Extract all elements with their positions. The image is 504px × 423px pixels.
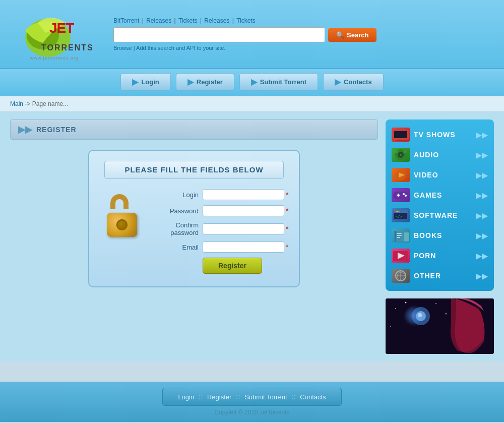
footer-contacts-link[interactable]: Contacts (300, 393, 326, 401)
svg-rect-14 (404, 151, 406, 153)
sidebar-item-audio[interactable]: AUDIO ▶▶ (386, 145, 494, 165)
bullet-icon: ▶ (187, 77, 194, 87)
section-arrow-icon: ▶▶ (18, 124, 32, 135)
svg-text:TORRENTS: TORRENTS (41, 43, 93, 52)
login-nav-button[interactable]: ▶ Login (120, 73, 170, 91)
sidebar-books-label: BOOKS (414, 231, 472, 239)
releases-link-1[interactable]: Releases (146, 17, 171, 24)
breadcrumb-separator: -> (25, 100, 32, 107)
svg-point-51 (435, 303, 436, 304)
sidebar-arrow-icon: ▶▶ (476, 271, 488, 281)
sidebar-video-label: VIDEO (414, 171, 472, 179)
sidebar-item-other[interactable]: OTHER ▶▶ (386, 266, 494, 286)
svg-point-50 (390, 326, 391, 327)
sidebar-porn-label: PORN (414, 252, 472, 260)
svg-point-47 (418, 313, 422, 317)
tickets-link-2[interactable]: Tickets (236, 17, 256, 24)
required-star-login: * (286, 191, 288, 199)
email-input[interactable] (203, 241, 284, 253)
nav-bar: ▶ Login ▶ Register ▶ Submit Torrent ▶ Co… (0, 69, 504, 96)
confirm-password-label: Confirm password (147, 221, 203, 236)
footer: Login :: Register :: Submit Torrent :: C… (0, 382, 504, 422)
footer-links: Login :: Register :: Submit Torrent :: C… (162, 388, 341, 406)
content-area: ▶▶ REGISTER PLEASE FILL THE FIELDS BELOW (10, 119, 378, 354)
footer-submit-link[interactable]: Submit Torrent (244, 393, 287, 401)
releases-link-2[interactable]: Releases (204, 17, 229, 24)
search-button[interactable]: 🔍 Search (328, 28, 376, 42)
sidebar-arrow-icon: ▶▶ (476, 170, 488, 180)
sidebar-software-label: SOFTWARE (414, 211, 472, 219)
tickets-link-1[interactable]: Tickets (178, 17, 198, 24)
search-bar: 🔍 Search (113, 27, 494, 42)
confirm-password-row: Confirm password * (147, 221, 288, 236)
svg-rect-31 (395, 231, 396, 242)
svg-rect-36 (403, 232, 404, 241)
password-input[interactable] (203, 205, 284, 216)
main-content: ▶▶ REGISTER PLEASE FILL THE FIELDS BELOW (0, 112, 504, 361)
password-label: Password (147, 207, 203, 215)
browse-link[interactable]: Browse (113, 45, 132, 51)
lock-body (107, 213, 137, 237)
svg-text:JET: JET (49, 20, 74, 36)
confirm-password-input[interactable] (203, 223, 284, 234)
bullet-icon: ▶ (132, 77, 138, 87)
svg-point-26 (395, 211, 396, 212)
sidebar-arrow-icon: ▶▶ (476, 191, 488, 200)
banner-image (386, 298, 494, 354)
other-icon (392, 269, 410, 283)
sidebar-item-games[interactable]: GAMES ▶▶ (386, 185, 494, 205)
sidebar-item-video[interactable]: VIDEO ▶▶ (386, 165, 494, 185)
email-row: Email * (147, 241, 288, 253)
submit-torrent-nav-button[interactable]: ▶ Submit Torrent (239, 73, 318, 91)
sidebar-banner[interactable] (386, 298, 494, 354)
footer-login-link[interactable]: Login (178, 393, 194, 401)
sidebar-arrow-icon: ▶▶ (476, 150, 488, 160)
footer-spacer (0, 361, 504, 382)
software-icon: </> (392, 208, 410, 222)
section-header: ▶▶ REGISTER (10, 119, 378, 140)
register-form-box: PLEASE FILL THE FIELDS BELOW Login * (88, 150, 300, 287)
footer-register-link[interactable]: Register (207, 393, 231, 401)
contacts-nav-button[interactable]: ▶ Contacts (323, 73, 384, 91)
lock-icon-wrapper (104, 194, 140, 237)
section-title: REGISTER (36, 126, 77, 134)
sidebar-item-porn[interactable]: PORN ▶▶ (386, 246, 494, 266)
tv-icon (392, 128, 410, 142)
svg-text:www.jettorrents.org: www.jettorrents.org (30, 55, 79, 61)
svg-point-52 (446, 313, 447, 315)
bullet-icon: ▶ (251, 77, 257, 87)
sidebar-item-software[interactable]: </> SOFTWARE ▶▶ (386, 205, 494, 225)
logo-area: JET TORRENTS www.jettorrents.org (10, 5, 93, 63)
password-row: Password * (147, 205, 288, 216)
svg-point-21 (403, 193, 405, 195)
footer-copyright: Copyleft © 2010 JetTorrents (0, 409, 504, 416)
video-icon (392, 168, 410, 182)
svg-rect-33 (397, 235, 402, 236)
sidebar-arrow-icon: ▶▶ (476, 130, 488, 140)
bittorrent-link[interactable]: BitTorrent (113, 17, 139, 24)
search-input[interactable] (113, 27, 325, 42)
register-submit-button[interactable]: Register (203, 258, 262, 274)
login-input[interactable] (203, 189, 284, 200)
top-links: BitTorrent | Releases | Tickets | Releas… (113, 17, 494, 24)
breadcrumb-main[interactable]: Main (10, 100, 23, 107)
login-row: Login * (147, 189, 288, 200)
register-nav-button[interactable]: ▶ Register (176, 73, 234, 91)
form-fields: Login * Password * Confirm password * (147, 189, 288, 274)
header: JET TORRENTS www.jettorrents.org BitTorr… (0, 0, 504, 69)
sidebar-item-tv-shows[interactable]: TV SHOWS ▶▶ (386, 125, 494, 145)
lock-shackle (110, 194, 129, 209)
required-star-password: * (286, 207, 288, 215)
required-star-email: * (286, 243, 288, 251)
form-body: Login * Password * Confirm password * (104, 189, 284, 274)
svg-rect-32 (397, 233, 402, 234)
svg-rect-34 (397, 237, 400, 238)
required-star-confirm: * (286, 225, 288, 233)
sidebar-item-books[interactable]: BOOKS ▶▶ (386, 225, 494, 246)
svg-point-27 (397, 211, 398, 212)
svg-rect-13 (396, 151, 398, 153)
sidebar-arrow-icon: ▶▶ (476, 231, 488, 240)
svg-point-49 (405, 302, 407, 304)
sidebar-other-label: OTHER (414, 272, 472, 280)
sidebar-audio-label: AUDIO (414, 151, 472, 159)
